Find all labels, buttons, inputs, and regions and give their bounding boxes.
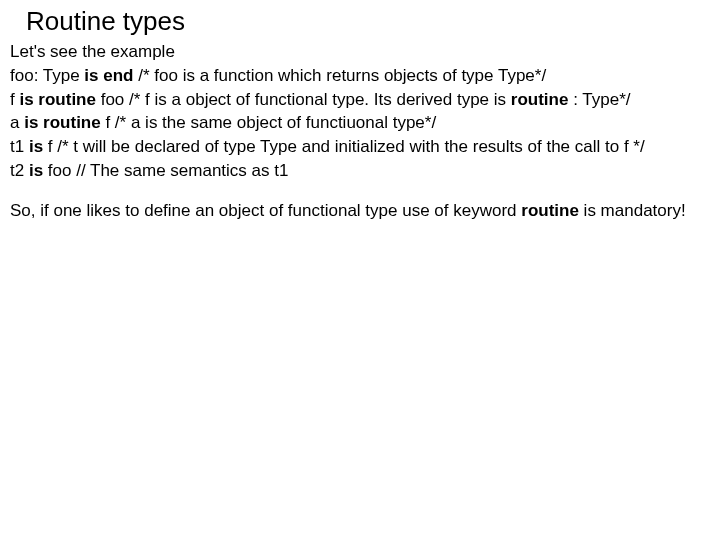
example-a: a is routine f /* a is the same object o… (10, 112, 710, 134)
example-t2: t2 is foo // The same semantics as t1 (10, 160, 710, 182)
example-foo: foo: Type is end /* foo is a function wh… (10, 65, 710, 87)
intro-line: Let's see the example (10, 41, 710, 63)
keyword-is: is (29, 161, 48, 180)
text: t1 (10, 137, 29, 156)
text: foo // The same semantics as t1 (48, 161, 289, 180)
keyword-routine: routine (511, 90, 573, 109)
keyword-routine: routine (521, 201, 583, 220)
page-title: Routine types (26, 6, 710, 37)
keyword-is-routine: is routine (19, 90, 100, 109)
text: : Type*/ (573, 90, 630, 109)
text: So, if one likes to define an object of … (10, 201, 521, 220)
keyword-is: is (29, 137, 48, 156)
example-t1: t1 is f /* t will be declared of type Ty… (10, 136, 710, 158)
text: is mandatory! (584, 201, 686, 220)
text: foo /* f is a object of functional type.… (101, 90, 511, 109)
text: f /* a is the same object of functiuonal… (105, 113, 436, 132)
text: t2 (10, 161, 29, 180)
keyword-is-routine: is routine (24, 113, 105, 132)
text: f /* t will be declared of type Type and… (48, 137, 645, 156)
text: foo: Type (10, 66, 84, 85)
text: a (10, 113, 24, 132)
slide: Routine types Let's see the example foo:… (0, 0, 720, 540)
body-text: Let's see the example foo: Type is end /… (10, 41, 710, 221)
comment: /* foo is a function which returns objec… (138, 66, 546, 85)
example-f: f is routine foo /* f is a object of fun… (10, 89, 710, 111)
conclusion: So, if one likes to define an object of … (10, 200, 710, 222)
keyword-is-end: is end (84, 66, 138, 85)
